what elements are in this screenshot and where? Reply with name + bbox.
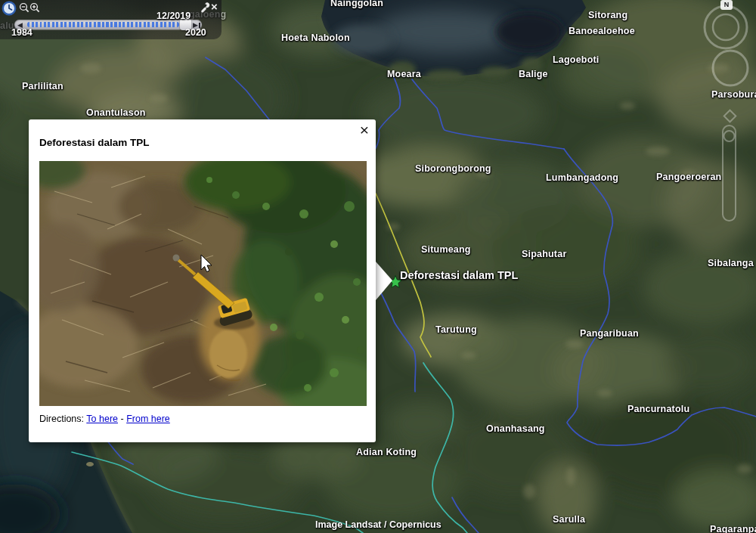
north-indicator[interactable]: N xyxy=(720,0,733,10)
directions-label: Directions: xyxy=(39,414,84,424)
close-slider-icon[interactable]: × xyxy=(211,0,218,13)
end-year-label: 2020 xyxy=(185,27,206,38)
directions-separator: - xyxy=(120,414,123,424)
google-earth-window: NainggolanHoeta NabolonMoearaBaligeLagoe… xyxy=(0,0,756,533)
info-popup: × Deforestasi dalam TPL xyxy=(29,119,376,442)
time-tick-marks xyxy=(27,22,179,27)
placemark-label[interactable]: Deforestasi dalam TPL xyxy=(400,269,518,281)
zoom-out-icon[interactable] xyxy=(19,2,30,14)
current-date-label: 12/2019 xyxy=(156,11,191,21)
zoom-in-icon[interactable] xyxy=(29,2,41,14)
close-icon[interactable]: × xyxy=(357,120,372,140)
start-year-label: 1984 xyxy=(11,27,33,38)
popup-tail xyxy=(376,262,392,300)
directions-from-here-link[interactable]: From here xyxy=(126,414,170,424)
directions-to-here-link[interactable]: To here xyxy=(86,414,118,424)
historical-imagery-slider: × ◀ ▶ 12/2019 1984 2020 xyxy=(0,0,222,39)
deforestation-photo xyxy=(39,161,367,406)
wrench-settings-icon[interactable] xyxy=(200,2,212,14)
clock-icon[interactable] xyxy=(2,1,17,16)
directions-row: Directions: To here - From here xyxy=(39,414,170,424)
popup-title: Deforestasi dalam TPL xyxy=(39,137,150,148)
imagery-attribution: Image Landsat / Copernicus xyxy=(315,519,442,530)
